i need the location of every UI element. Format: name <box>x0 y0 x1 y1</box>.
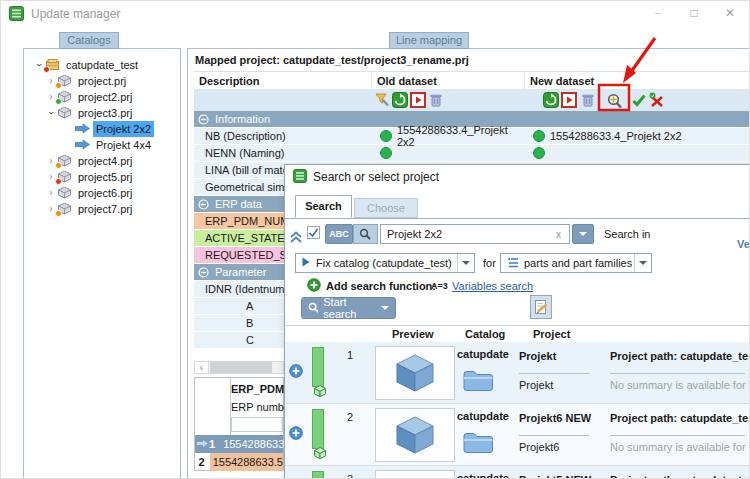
mapping-row-nb[interactable]: NB (Description) 1554288633.4_Projekt 2x… <box>194 128 750 145</box>
relevance-bar <box>312 409 324 449</box>
project-box-icon <box>57 90 73 104</box>
row-number: 2 <box>195 456 210 468</box>
refresh-green-icon[interactable] <box>543 92 559 108</box>
variables-search-link[interactable]: Variables search <box>452 280 533 292</box>
start-search-label: Start search <box>323 296 374 320</box>
column-header-description[interactable]: Description <box>194 72 372 90</box>
tab-search[interactable]: Search <box>295 195 352 218</box>
mapping-row-nenn[interactable]: NENN (Naming) <box>194 145 750 162</box>
expand-plus-icon[interactable] <box>289 364 303 380</box>
search-input[interactable]: Projekt 2x2 x <box>380 224 570 244</box>
cancel-x-icon[interactable] <box>648 92 664 108</box>
scope-select[interactable]: parts and part families <box>500 253 652 273</box>
clear-input-icon[interactable]: x <box>556 229 569 240</box>
tree-item-project7-prj[interactable]: › project7.prj <box>31 201 173 217</box>
trash-icon[interactable] <box>580 92 596 108</box>
erp-row-2[interactable]: 2 1554288633.5 <box>195 453 283 471</box>
magnifier-icon <box>308 302 318 314</box>
select-document-button[interactable] <box>530 295 552 319</box>
tree-item-label: project7.prj <box>75 201 135 217</box>
tab-choose[interactable]: Choose <box>354 198 418 218</box>
catalog-select[interactable]: Fix catalog (catupdate_test) <box>295 253 475 273</box>
preview-thumbnail[interactable] <box>375 408 455 462</box>
chevron-down-icon[interactable] <box>457 254 474 272</box>
trash-icon[interactable] <box>428 92 444 108</box>
chevron-down-icon[interactable] <box>634 254 651 272</box>
result-row-1[interactable]: 1 catupdate Projekt Projekt Project path… <box>285 342 750 404</box>
version-link[interactable]: Ve <box>737 238 750 250</box>
folder-icon[interactable] <box>461 428 495 458</box>
dialog-title: Search or select project <box>313 170 439 184</box>
collapse-minus-icon[interactable] <box>198 199 209 210</box>
start-search-button[interactable]: Start search <box>301 297 396 319</box>
preview-thumbnail[interactable] <box>375 470 455 479</box>
abc-text-search-toggle[interactable]: ABC <box>325 224 353 244</box>
dialog-icon <box>293 169 307 185</box>
collapse-minus-icon[interactable] <box>198 267 209 278</box>
preview-thumbnail[interactable] <box>375 346 455 400</box>
column-header-old-dataset[interactable]: Old dataset <box>372 72 525 90</box>
play-blue-icon <box>296 257 310 269</box>
ok-dot-icon <box>533 147 545 159</box>
erp-row-1[interactable]: 1 1554288633.4 <box>195 435 283 453</box>
erp-value: 1554288633.4 <box>220 435 293 453</box>
project-box-icon <box>57 154 73 168</box>
tree-item-project4-prj[interactable]: › project4.prj <box>31 153 173 169</box>
horizontal-scrollbar[interactable]: ‹ <box>194 361 284 374</box>
add-search-function-label: Add search function: <box>326 280 436 292</box>
scrollbar-thumb[interactable] <box>210 362 272 373</box>
column-header-new-dataset[interactable]: New dataset <box>525 72 750 90</box>
ok-dot-icon <box>380 147 392 159</box>
project-box-icon <box>57 202 73 216</box>
result-row-3[interactable]: 3 catupdate Projekt5 NEW Project path: c… <box>285 466 750 479</box>
add-plus-icon[interactable] <box>307 278 321 294</box>
chevron-right-icon[interactable]: › <box>45 185 57 201</box>
column-header-project[interactable]: Project <box>533 328 570 340</box>
play-red-icon[interactable] <box>561 92 577 108</box>
search-checkbox[interactable] <box>307 226 320 239</box>
ok-dot-icon <box>533 130 545 142</box>
tree-item-project-prj[interactable]: › project.prj <box>31 73 173 89</box>
result-row-2[interactable]: 2 catupdate Projekt6 NEW Projekt6 Projec… <box>285 404 750 466</box>
tree-item-projekt-4x4[interactable]: Projekt 4x4 <box>31 137 173 153</box>
refresh-green-icon[interactable] <box>392 92 408 108</box>
search-project-icon[interactable] <box>606 93 622 109</box>
expand-plus-icon[interactable] <box>289 426 303 442</box>
collapse-minus-icon[interactable] <box>198 114 209 125</box>
project-name[interactable]: Projekt6 NEW <box>519 412 591 424</box>
column-header-preview[interactable]: Preview <box>392 328 434 340</box>
geometry-search-toggle[interactable] <box>353 224 378 244</box>
cube-3d-preview <box>393 475 437 479</box>
status-badge <box>55 178 62 185</box>
erp-filter-input[interactable] <box>231 417 283 432</box>
tree-item-catupdate-test[interactable]: › catupdate_test <box>31 57 173 73</box>
project-name[interactable]: Projekt5 NEW <box>519 474 591 479</box>
status-badge <box>55 98 62 105</box>
maximize-button[interactable]: □ <box>683 5 705 21</box>
tree-item-project6-prj[interactable]: › project6.prj <box>31 185 173 201</box>
minimize-button[interactable]: – <box>647 5 669 21</box>
divider <box>519 435 589 436</box>
close-button[interactable]: ✕ <box>719 5 741 21</box>
result-number: 3 <box>347 473 353 479</box>
column-header-catalog[interactable]: Catalog <box>465 328 505 340</box>
mapped-project-label: Mapped project: catupdate_test/project3_… <box>195 54 469 66</box>
tree-item-projekt-2x2[interactable]: Projekt 2x2 <box>31 121 173 137</box>
project-subname: Projekt6 <box>519 441 559 453</box>
play-red-icon[interactable] <box>410 92 426 108</box>
erp-value: 1554288633.5 <box>210 453 283 471</box>
tree-item-project5-prj[interactable]: › project5.prj <box>31 169 173 185</box>
tree-item-project2-prj[interactable]: › project2.prj <box>31 89 173 105</box>
folder-icon[interactable] <box>461 366 495 396</box>
tree-item-label: project6.prj <box>75 185 135 201</box>
confirm-check-icon[interactable] <box>631 92 647 108</box>
tree-item-label: project5.prj <box>75 169 135 185</box>
collapse-panel-icon[interactable] <box>290 231 302 246</box>
project-name[interactable]: Projekt <box>519 350 556 362</box>
filter-wand-icon[interactable] <box>374 92 390 108</box>
tree-item-project3-prj[interactable]: › project3.prj <box>31 105 173 121</box>
scroll-left-button[interactable]: ‹ <box>195 362 209 373</box>
search-history-dropdown-button[interactable] <box>572 224 594 244</box>
project-path: Project path: catupdate_test/Proj <box>610 474 750 479</box>
catalog-select-value: Fix catalog (catupdate_test) <box>310 257 457 269</box>
